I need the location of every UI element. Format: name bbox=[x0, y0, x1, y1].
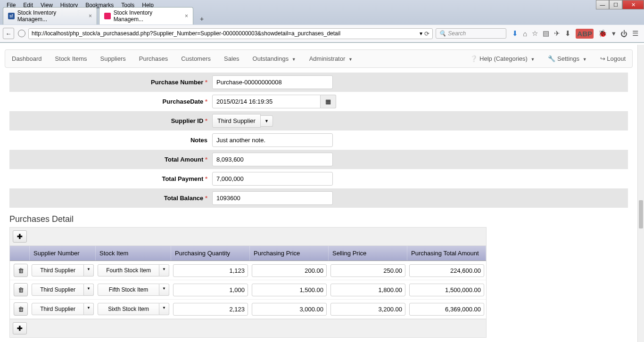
bug-icon[interactable]: 🐞 bbox=[598, 29, 607, 38]
power-icon[interactable]: ⏻ bbox=[620, 30, 627, 38]
globe-icon bbox=[18, 30, 25, 37]
tab-2-title: Stock Inventory Managem... bbox=[114, 9, 182, 23]
more-icon[interactable]: ▾ bbox=[612, 29, 616, 38]
maximize-button[interactable]: ☐ bbox=[609, 0, 622, 9]
close-button[interactable]: ✕ bbox=[622, 0, 644, 9]
tab-1-close-icon[interactable]: × bbox=[89, 13, 92, 19]
favicon-sf-icon: sf bbox=[8, 13, 15, 19]
browser-chrome: File Edit View History Bookmarks Tools H… bbox=[0, 0, 644, 43]
address-row: ← http://localhost/php_stock/a_purchases… bbox=[0, 24, 644, 42]
tabs-row: sf Stock Inventory Managem... × Stock In… bbox=[0, 10, 644, 24]
send-icon[interactable]: ✈ bbox=[554, 29, 560, 38]
abp-icon[interactable]: ABP bbox=[576, 29, 594, 39]
url-bar[interactable]: http://localhost/php_stock/a_purchasesad… bbox=[28, 28, 433, 39]
save-icon[interactable]: ⬇ bbox=[565, 29, 571, 38]
search-bar[interactable]: 🔍 Search bbox=[436, 28, 506, 39]
menu-icon[interactable]: ☰ bbox=[632, 29, 638, 38]
toolbar-icons: ⬇ ⌂ ☆ ▤ ✈ ⬇ ABP 🐞 ▾ ⏻ ☰ bbox=[509, 29, 641, 39]
reload-icon[interactable]: ⟳ bbox=[424, 30, 429, 37]
minimize-button[interactable]: — bbox=[596, 0, 609, 9]
library-icon[interactable]: ▤ bbox=[543, 29, 549, 38]
tab-1[interactable]: sf Stock Inventory Managem... × bbox=[3, 7, 97, 24]
favicon-pink-icon bbox=[104, 13, 111, 19]
search-placeholder: Search bbox=[448, 30, 466, 37]
back-button[interactable]: ← bbox=[3, 28, 14, 39]
tab-1-title: Stock Inventory Managem... bbox=[17, 9, 86, 23]
download-icon[interactable]: ⬇ bbox=[512, 29, 518, 38]
url-text: http://localhost/php_stock/a_purchasesad… bbox=[32, 30, 340, 37]
tab-2[interactable]: Stock Inventory Managem... × bbox=[99, 7, 193, 24]
new-tab-button[interactable]: + bbox=[195, 13, 208, 24]
tab-2-close-icon[interactable]: × bbox=[185, 13, 188, 19]
window-controls: — ☐ ✕ bbox=[596, 0, 644, 9]
search-icon: 🔍 bbox=[439, 30, 446, 37]
dropdown-caret-icon[interactable]: ▾ bbox=[420, 30, 422, 37]
star-icon[interactable]: ☆ bbox=[532, 29, 538, 38]
home-icon[interactable]: ⌂ bbox=[523, 30, 527, 38]
